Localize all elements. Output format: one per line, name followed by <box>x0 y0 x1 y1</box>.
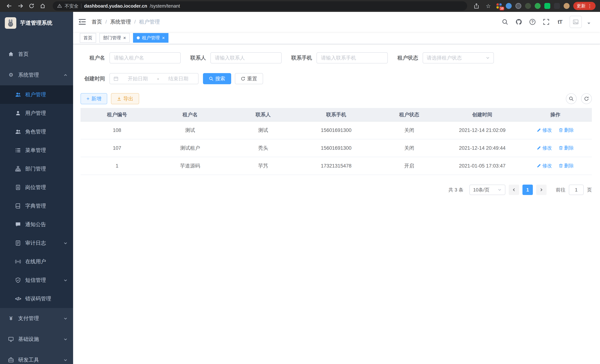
trash-icon <box>559 128 563 132</box>
extension-icon[interactable] <box>516 3 521 9</box>
filter-row-2: 创建时间 开始日期 - 结束日期 搜索 重置 <box>81 73 592 84</box>
profile-avatar-icon[interactable] <box>564 3 570 9</box>
refresh-button[interactable] <box>581 93 592 104</box>
chevron-down-icon <box>64 317 67 321</box>
search-icon[interactable] <box>501 18 509 26</box>
sidebar-item-infrastructure[interactable]: 基础设施 <box>0 329 73 350</box>
chevron-down-icon[interactable] <box>587 23 590 26</box>
extension-icon[interactable] <box>544 3 550 9</box>
sidebar-item-label: 研发工具 <box>18 356 39 364</box>
sidebar-item-label: 菜单管理 <box>25 147 46 154</box>
cell-actions: 修改 删除 <box>519 139 592 157</box>
status-select[interactable]: 请选择租户状态 <box>423 52 494 64</box>
table-toolbar: + 新增 导出 <box>81 93 592 104</box>
chevron-up-icon <box>64 73 67 77</box>
prev-page-button[interactable] <box>509 185 519 195</box>
show-search-button[interactable] <box>566 93 577 104</box>
cell-created: 2021-12-14 20:49:44 <box>446 139 519 157</box>
bookmark-star-icon[interactable]: ☆ <box>484 1 492 11</box>
tab-department[interactable]: 部门管理 × <box>99 33 130 43</box>
tab-home[interactable]: 首页 <box>80 33 96 43</box>
delete-link[interactable]: 删除 <box>559 127 574 133</box>
warning-icon <box>57 3 62 8</box>
date-range-picker[interactable]: 开始日期 - 结束日期 <box>110 73 198 84</box>
breadcrumb-system[interactable]: 系统管理 <box>110 18 131 25</box>
edit-link[interactable]: 修改 <box>537 145 552 151</box>
delete-link[interactable]: 删除 <box>559 162 574 169</box>
sidebar-item-dictionary[interactable]: 字典管理 <box>0 197 73 215</box>
app-logo[interactable]: 芋道管理系统 <box>0 12 73 34</box>
browser-update-button[interactable]: 更新 ⋮ <box>573 2 596 10</box>
sidebar-item-sms[interactable]: 短信管理 <box>0 271 73 289</box>
sidebar-item-dev-tools[interactable]: 研发工具 <box>0 350 73 364</box>
sidebar-item-post[interactable]: 岗位管理 <box>0 178 73 197</box>
browser-home-button[interactable] <box>38 1 47 11</box>
screen: 不安全 dashboard.yudao.iocoder.cn /system/t… <box>0 0 600 364</box>
sidebar-item-tenant[interactable]: 租户管理 <box>0 85 73 104</box>
breadcrumb: 首页 / 系统管理 / 租户管理 <box>92 18 160 25</box>
goto-page-input[interactable] <box>569 185 584 195</box>
extension-icon[interactable] <box>506 3 512 9</box>
edit-link[interactable]: 修改 <box>537 127 552 133</box>
tenant-name-input[interactable] <box>110 52 181 64</box>
cell-tenant-name: 测试租户 <box>154 139 227 157</box>
reset-button[interactable]: 重置 <box>235 73 263 84</box>
close-icon[interactable]: × <box>123 36 126 40</box>
extension-icon[interactable]: 10 <box>496 3 502 9</box>
sidebar-item-audit-log[interactable]: 审计日志 <box>0 234 73 252</box>
sidebar-item-label: 角色管理 <box>25 128 46 135</box>
sidebar-item-home[interactable]: 首页 <box>0 44 73 65</box>
sidebar-item-label: 用户管理 <box>25 110 46 117</box>
font-size-icon[interactable]: tT <box>556 18 564 26</box>
extension-icon[interactable] <box>535 3 541 9</box>
cell-contact: 测试 <box>226 121 300 139</box>
sidebar-collapse-icon[interactable] <box>79 19 86 25</box>
date-start-placeholder: 开始日期 <box>122 75 154 82</box>
sidebar-item-user[interactable]: 用户管理 <box>0 104 73 122</box>
browser-back-button[interactable] <box>4 1 14 11</box>
extension-icon[interactable] <box>554 3 560 9</box>
page-size-select[interactable]: 10条/页 <box>469 185 505 195</box>
help-icon[interactable]: ? <box>528 18 536 26</box>
url-domain: dashboard.yudao.iocoder.cn <box>84 3 147 9</box>
search-button[interactable]: 搜索 <box>203 73 231 84</box>
next-page-button[interactable] <box>536 185 547 195</box>
github-icon[interactable] <box>515 18 523 26</box>
tab-label: 首页 <box>84 35 92 41</box>
filter-label: 联系人 <box>190 54 206 61</box>
payment-icon: ¥ <box>8 315 14 322</box>
close-icon[interactable]: × <box>162 36 165 40</box>
export-button[interactable]: 导出 <box>111 93 139 104</box>
sms-icon <box>15 277 21 283</box>
edit-link[interactable]: 修改 <box>537 162 552 169</box>
browser-reload-button[interactable] <box>27 1 36 11</box>
sidebar-item-online-users[interactable]: 在线用户 <box>0 252 73 271</box>
sidebar-item-department[interactable]: 部门管理 <box>0 159 73 178</box>
sidebar-item-role[interactable]: 角色管理 <box>0 122 73 141</box>
sidebar-item-label: 部门管理 <box>25 165 46 172</box>
filter-label: 创建时间 <box>81 75 105 82</box>
add-button[interactable]: + 新增 <box>81 93 107 104</box>
share-icon[interactable] <box>472 1 480 11</box>
url-path: /system/tenant <box>150 3 180 9</box>
browser-forward-button[interactable] <box>16 1 25 11</box>
column-header: 操作 <box>519 108 592 121</box>
sidebar-item-label: 字典管理 <box>25 202 46 209</box>
sidebar-item-error-code[interactable]: </> 错误码管理 <box>0 289 73 308</box>
avatar[interactable] <box>570 16 582 28</box>
delete-link[interactable]: 删除 <box>559 145 574 151</box>
tab-tenant[interactable]: 租户管理 × <box>133 33 169 43</box>
phone-input[interactable] <box>317 52 388 64</box>
sidebar-item-payment[interactable]: ¥ 支付管理 <box>0 308 73 329</box>
sidebar-item-notice[interactable]: 通知公告 <box>0 215 73 234</box>
fullscreen-icon[interactable] <box>542 18 550 26</box>
sidebar-item-menu[interactable]: 菜单管理 <box>0 141 73 159</box>
address-bar[interactable]: 不安全 dashboard.yudao.iocoder.cn /system/t… <box>53 1 467 10</box>
sidebar-item-system[interactable]: ⚙ 系统管理 <box>0 65 73 85</box>
breadcrumb-home[interactable]: 首页 <box>92 18 102 25</box>
extension-icon[interactable] <box>525 3 531 9</box>
notice-icon <box>15 221 21 228</box>
contact-input[interactable] <box>210 52 282 64</box>
sidebar-item-label: 错误码管理 <box>25 295 51 302</box>
page-number-button[interactable]: 1 <box>523 185 533 195</box>
